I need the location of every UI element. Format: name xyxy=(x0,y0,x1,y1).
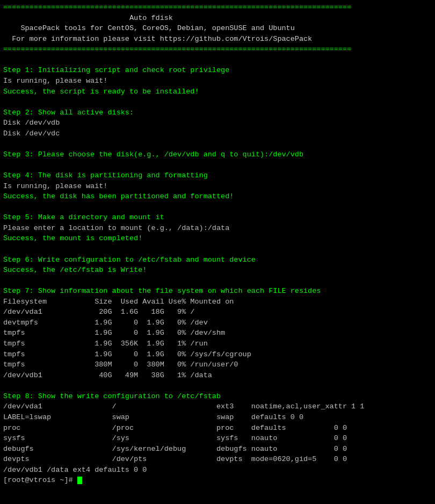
terminal-line: Auto fdisk xyxy=(3,13,432,24)
terminal-line: ========================================… xyxy=(3,44,432,55)
terminal-line: Success, the mount is completed! xyxy=(3,233,432,244)
terminal-line xyxy=(3,97,432,107)
terminal-line: Is running, please wait! xyxy=(3,76,432,87)
terminal-line: Step 6: Write configuration to /etc/fsta… xyxy=(3,255,432,265)
terminal-line: tmpfs 1.9G 0 1.9G 0% /sys/fs/cgroup xyxy=(3,349,432,360)
terminal-line: Step 3: Please choose the disk(e.g., /de… xyxy=(3,149,432,160)
terminal-line: tmpfs 1.9G 356K 1.9G 1% /run xyxy=(3,339,432,349)
terminal-window: ========================================… xyxy=(0,0,435,504)
terminal-line: debugfs /sys/kernel/debug debugfs noauto… xyxy=(3,444,432,455)
terminal-line: Disk /dev/vdc xyxy=(3,128,432,139)
terminal-line: [root@vtrois ~]# xyxy=(3,475,432,486)
terminal-line: For more information please visit https:… xyxy=(3,34,432,45)
terminal-line: Is running, please wait! xyxy=(3,181,432,192)
terminal-line: Success, the disk has been partitioned a… xyxy=(3,191,432,202)
terminal-cursor xyxy=(77,477,82,484)
terminal-line: Step 8: Show the write configuration to … xyxy=(3,391,432,402)
terminal-line xyxy=(3,380,432,391)
terminal-line xyxy=(3,244,432,255)
terminal-line: Filesystem Size Used Avail Use% Mounted … xyxy=(3,297,432,307)
terminal-line: Step 2: Show all active disks: xyxy=(3,107,432,118)
terminal-line: Step 5: Make a directory and mount it xyxy=(3,212,432,223)
terminal-line: sysfs /sys sysfs noauto 0 0 xyxy=(3,433,432,444)
terminal-line: Disk /dev/vdb xyxy=(3,118,432,128)
terminal-line xyxy=(3,276,432,286)
terminal-line: ========================================… xyxy=(3,2,432,13)
terminal-line: Success, the /etc/fstab is Write! xyxy=(3,265,432,276)
terminal-line: LABEL=lswap swap swap defaults 0 0 xyxy=(3,412,432,423)
terminal-line: tmpfs 380M 0 380M 0% /run/user/0 xyxy=(3,359,432,370)
terminal-line: proc /proc proc defaults 0 0 xyxy=(3,423,432,434)
terminal-line: Step 7: Show information about the file … xyxy=(3,286,432,297)
terminal-line: /dev/vda1 / ext3 noatime,acl,user_xattr … xyxy=(3,401,432,412)
terminal-line xyxy=(3,139,432,149)
terminal-line: SpacePack tools for CentOS, CoreOS, Debi… xyxy=(3,23,432,34)
terminal-line: devpts /dev/pts devpts mode=0620,gid=5 0… xyxy=(3,454,432,465)
terminal-line: Please enter a location to mount (e.g., … xyxy=(3,223,432,234)
terminal-line: /dev/vdb1 40G 49M 38G 1% /data xyxy=(3,370,432,381)
terminal-line xyxy=(3,160,432,170)
terminal-line: /dev/vdb1 /data ext4 defaults 0 0 xyxy=(3,465,432,476)
terminal-line: devtmpfs 1.9G 0 1.9G 0% /dev xyxy=(3,318,432,328)
terminal-line: Success, the script is ready to be insta… xyxy=(3,87,432,97)
terminal-line xyxy=(3,55,432,66)
terminal-line: /dev/vda1 20G 1.6G 18G 9% / xyxy=(3,307,432,318)
terminal-line: tmpfs 1.9G 0 1.9G 0% /dev/shm xyxy=(3,328,432,339)
terminal-line: Step 4: The disk is partitioning and for… xyxy=(3,170,432,181)
terminal-line: Step 1: Initializing script and check ro… xyxy=(3,65,432,76)
terminal-line xyxy=(3,202,432,213)
